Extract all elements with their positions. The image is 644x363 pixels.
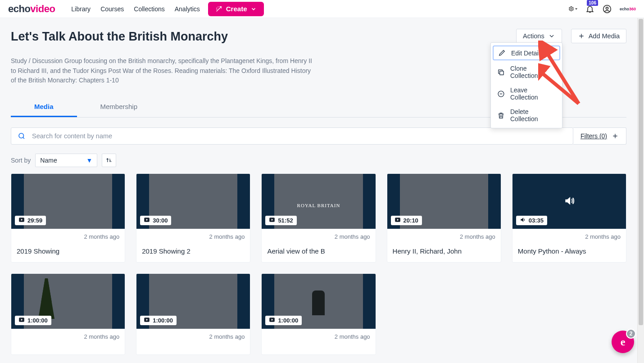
create-button[interactable]: Create bbox=[208, 2, 264, 16]
media-thumbnail: 1:00:00 bbox=[262, 274, 375, 329]
logo[interactable]: echovideo bbox=[8, 3, 55, 15]
actions-dropdown: Edit Details Clone Collection Leave Coll… bbox=[490, 42, 562, 128]
media-title: 2019 Showing 2 bbox=[142, 247, 245, 255]
sort-asc-icon bbox=[105, 157, 113, 164]
media-age: 2 months ago bbox=[518, 233, 621, 240]
page-description: Study / Discussion Group focusing on the… bbox=[11, 56, 317, 86]
media-card[interactable]: 20:102 months agoHenry II, Richard, John bbox=[387, 173, 501, 263]
sort-label: Sort by bbox=[11, 157, 31, 164]
scroll-thumb[interactable] bbox=[639, 19, 643, 325]
duration-pill: 03:35 bbox=[516, 216, 547, 225]
media-title: Henry II, Richard, John bbox=[393, 247, 495, 255]
action-edit-details[interactable]: Edit Details bbox=[493, 45, 560, 60]
plus-icon bbox=[612, 132, 619, 140]
duration-text: 20:10 bbox=[404, 217, 418, 224]
media-age: 2 months ago bbox=[142, 233, 245, 240]
media-age: 2 months ago bbox=[17, 333, 119, 340]
play-icon bbox=[18, 217, 25, 224]
notification-badge: 106 bbox=[587, 0, 598, 6]
minus-circle-icon bbox=[497, 90, 505, 98]
topbar: echovideo Library Courses Collections An… bbox=[0, 0, 644, 18]
media-card[interactable]: 1:00:002 months ago bbox=[261, 273, 376, 355]
media-card[interactable]: 29:592 months ago2019 Showing bbox=[11, 173, 125, 263]
duration-text: 51:52 bbox=[278, 217, 293, 224]
nav-collections[interactable]: Collections bbox=[134, 5, 164, 13]
play-icon bbox=[395, 217, 401, 224]
svg-point-0 bbox=[571, 8, 572, 9]
media-card[interactable]: 1:00:002 months ago bbox=[136, 273, 250, 355]
media-thumbnail: 51:52 bbox=[262, 174, 375, 229]
search-box[interactable] bbox=[11, 127, 573, 145]
play-icon bbox=[144, 317, 150, 324]
play-icon bbox=[269, 317, 275, 324]
collection-header: Let's Talk About the British Monarchy St… bbox=[0, 18, 637, 86]
nav-courses[interactable]: Courses bbox=[100, 5, 124, 13]
media-title: Monty Python - Always bbox=[518, 247, 621, 255]
search-icon bbox=[18, 132, 26, 140]
media-age: 2 months ago bbox=[393, 233, 495, 240]
play-icon bbox=[269, 217, 275, 224]
action-clone-collection[interactable]: Clone Collection bbox=[491, 61, 562, 83]
add-media-button[interactable]: Add Media bbox=[571, 29, 626, 43]
nav-library[interactable]: Library bbox=[71, 5, 91, 13]
top-right-icons: 106 echo360 bbox=[568, 5, 636, 14]
media-thumbnail: 1:00:00 bbox=[136, 274, 250, 329]
duration-pill: 1:00:00 bbox=[15, 316, 51, 325]
media-card[interactable]: 30:002 months ago2019 Showing 2 bbox=[136, 173, 250, 263]
media-age: 2 months ago bbox=[17, 233, 119, 240]
media-card[interactable]: 03:352 months agoMonty Python - Always bbox=[512, 173, 626, 263]
duration-text: 1:00:00 bbox=[278, 317, 298, 324]
sort-direction-button[interactable] bbox=[102, 154, 116, 167]
chevron-down-icon bbox=[250, 6, 257, 12]
duration-text: 1:00:00 bbox=[153, 317, 173, 324]
duration-pill: 51:52 bbox=[265, 216, 296, 225]
actions-button[interactable]: Actions bbox=[516, 29, 562, 43]
duration-text: 30:00 bbox=[153, 217, 168, 224]
audio-icon bbox=[520, 217, 526, 224]
media-age: 2 months ago bbox=[142, 333, 245, 340]
tab-membership[interactable]: Membership bbox=[77, 98, 161, 117]
nav-analytics[interactable]: Analytics bbox=[175, 5, 200, 13]
trash-icon bbox=[497, 112, 505, 119]
search-input[interactable] bbox=[31, 132, 567, 140]
action-leave-collection[interactable]: Leave Collection bbox=[491, 83, 562, 104]
duration-pill: 1:00:00 bbox=[140, 316, 177, 325]
duration-pill: 30:00 bbox=[140, 216, 171, 225]
copy-icon bbox=[497, 68, 505, 76]
media-thumbnail: 29:59 bbox=[11, 174, 125, 229]
sort-select[interactable]: Name ▼ bbox=[35, 154, 97, 167]
play-icon bbox=[144, 217, 150, 224]
wand-icon bbox=[215, 5, 222, 13]
audio-icon bbox=[563, 195, 575, 208]
help-fab[interactable]: e 2 bbox=[612, 331, 634, 353]
media-card[interactable]: 51:522 months agoAerial view of the B bbox=[261, 173, 376, 263]
media-age: 2 months ago bbox=[267, 233, 370, 240]
duration-text: 03:35 bbox=[529, 217, 544, 224]
media-thumbnail: 03:35 bbox=[512, 174, 626, 229]
duration-pill: 20:10 bbox=[391, 216, 422, 225]
media-thumbnail: 20:10 bbox=[387, 174, 501, 229]
main-nav: Library Courses Collections Analytics bbox=[71, 5, 200, 13]
media-title: Aerial view of the B bbox=[267, 247, 370, 255]
brand-mini: echo360 bbox=[620, 7, 636, 11]
media-thumbnail: 1:00:00 bbox=[11, 274, 125, 329]
account-icon[interactable] bbox=[603, 5, 612, 14]
duration-text: 29:59 bbox=[27, 217, 42, 224]
settings-icon[interactable] bbox=[568, 5, 577, 14]
media-card[interactable]: 1:00:002 months ago bbox=[11, 273, 125, 355]
fab-badge: 2 bbox=[626, 329, 636, 339]
pencil-icon bbox=[498, 49, 506, 57]
svg-rect-3 bbox=[500, 71, 504, 75]
action-delete-collection[interactable]: Delete Collection bbox=[491, 104, 562, 126]
tab-media[interactable]: Media bbox=[11, 98, 77, 117]
filters-button[interactable]: Filters (0) bbox=[573, 127, 626, 145]
media-thumbnail: 30:00 bbox=[136, 174, 250, 229]
media-grid: 29:592 months ago2019 Showing30:002 mont… bbox=[11, 173, 626, 363]
duration-pill: 1:00:00 bbox=[265, 316, 302, 325]
svg-point-7 bbox=[19, 133, 24, 138]
vertical-scrollbar[interactable] bbox=[637, 18, 644, 363]
media-title: 2019 Showing bbox=[17, 247, 119, 255]
duration-pill: 29:59 bbox=[15, 216, 46, 225]
notifications-icon[interactable]: 106 bbox=[585, 5, 594, 14]
play-icon bbox=[18, 317, 25, 324]
